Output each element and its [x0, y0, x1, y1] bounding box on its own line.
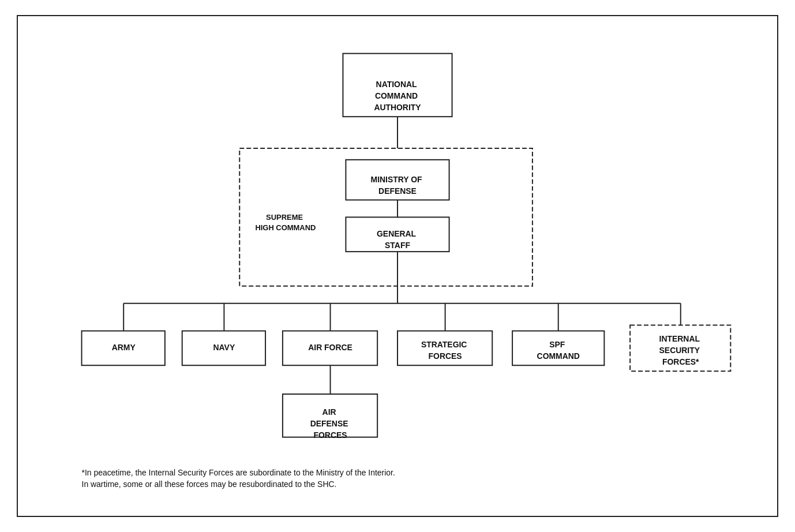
- footnote-line2: In wartime, some or all these forces may…: [82, 479, 337, 489]
- navy-label: NAVY: [213, 343, 235, 352]
- isf-label: INTERNAL SECURITY FORCES*: [659, 334, 702, 366]
- footnote-line1: *In peacetime, the Internal Security For…: [82, 468, 395, 477]
- nca-label: NATIONAL COMMAND AUTHORITY: [374, 80, 421, 112]
- outer-border: NATIONAL COMMAND AUTHORITY MINISTRY OF D…: [17, 15, 778, 517]
- org-chart-svg: NATIONAL COMMAND AUTHORITY MINISTRY OF D…: [18, 16, 777, 516]
- airforce-label: AIR FORCE: [308, 343, 352, 352]
- army-label: ARMY: [112, 343, 136, 352]
